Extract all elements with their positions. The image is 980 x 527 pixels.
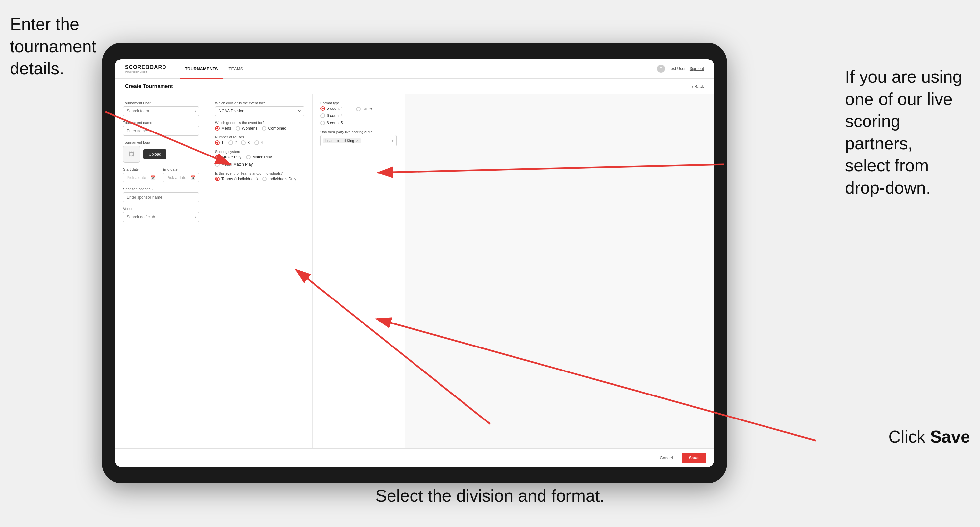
host-search-wrap: ▾ [123, 106, 199, 116]
teams-label: Is this event for Teams and/or Individua… [215, 171, 304, 175]
name-label: Tournament name [123, 121, 199, 125]
rounds-2[interactable]: 2 [228, 140, 237, 145]
start-date-input[interactable]: Pick a date 📅 [123, 173, 159, 183]
rounds-4-label: 4 [261, 140, 263, 145]
rounds-4[interactable]: 4 [254, 140, 263, 145]
sign-out-link[interactable]: Sign out [689, 67, 704, 71]
scoring-label: Scoring system [215, 149, 304, 154]
teams-radio[interactable] [215, 176, 220, 181]
teams-plus-individuals[interactable]: Teams (+Individuals) [215, 176, 258, 181]
gender-radio-group: Mens Womens Combined [215, 126, 304, 130]
format-other[interactable]: Other [356, 107, 372, 111]
rounds-3[interactable]: 3 [241, 140, 250, 145]
navbar: SCOREBOARD Powered by Clippit TOURNAMENT… [115, 59, 714, 79]
live-scoring-tag-value: Leaderboard King [325, 139, 354, 143]
rounds-2-label: 2 [235, 140, 237, 145]
venue-search-wrap: ▾ [123, 212, 199, 222]
scoring-match-radio[interactable] [246, 155, 251, 159]
format-6count5[interactable]: 6 count 5 [320, 121, 343, 125]
upload-button[interactable]: Upload [143, 149, 167, 159]
host-search-input[interactable] [123, 106, 199, 116]
format-6count4-radio[interactable] [320, 113, 325, 118]
page-title: Create Tournament [125, 84, 173, 89]
teams-label-text: Teams (+Individuals) [221, 176, 258, 181]
annotation-bottom-center: Select the division and format. [375, 485, 605, 507]
navbar-right: T Test User Sign out [657, 65, 704, 73]
format-type-group: 5 count 4 6 count 4 6 count 5 [320, 106, 397, 125]
host-field: Tournament Host ▾ [123, 101, 199, 116]
format-6count5-radio[interactable] [320, 121, 325, 125]
scoring-radio-group: Stroke Play Match Play Medal Match Play [215, 155, 304, 167]
format-6count4[interactable]: 6 count 4 [320, 113, 343, 118]
rounds-4-radio[interactable] [254, 140, 259, 145]
division-label: Which division is the event for? [215, 101, 304, 105]
avatar: T [657, 65, 665, 73]
gender-womens[interactable]: Womens [235, 126, 257, 130]
venue-search-input[interactable] [123, 212, 199, 222]
end-date-calendar-icon: 📅 [191, 175, 196, 180]
format-6count5-label: 6 count 5 [327, 121, 343, 125]
navbar-links: TOURNAMENTS TEAMS [180, 59, 249, 78]
live-scoring-tag: Leaderboard King ✕ [323, 138, 361, 143]
rounds-2-radio[interactable] [228, 140, 233, 145]
rounds-label: Number of rounds [215, 135, 304, 139]
logo-label: Tournament logo [123, 140, 199, 144]
gender-womens-radio[interactable] [235, 126, 240, 130]
date-row: Start date Pick a date 📅 End date Pick a… [123, 167, 199, 183]
venue-label: Venue [123, 207, 199, 211]
cancel-button[interactable]: Cancel [654, 453, 678, 463]
rounds-radio-group: 1 2 3 4 [215, 140, 304, 145]
start-date-calendar-icon: 📅 [151, 175, 156, 180]
name-input[interactable] [123, 126, 199, 136]
main-content: Create Tournament Back Tournament Host ▾ [115, 79, 714, 467]
format-type-field: Format type 5 count 4 [320, 101, 397, 125]
sponsor-label: Sponsor (optional) [123, 187, 199, 191]
start-date-label: Start date [123, 167, 159, 171]
end-date-field: End date Pick a date 📅 [163, 167, 199, 183]
scoring-medal-label: Medal Match Play [221, 162, 253, 167]
left-column: Tournament Host ▾ Tournament name Tourna… [115, 94, 207, 448]
rounds-1-radio[interactable] [215, 140, 220, 145]
gender-mens-radio[interactable] [215, 126, 220, 130]
live-scoring-select[interactable]: Leaderboard King ✕ ▾ [320, 135, 397, 146]
rounds-1[interactable]: 1 [215, 140, 224, 145]
user-name: Test User [669, 67, 686, 71]
gender-combined[interactable]: Combined [262, 126, 286, 130]
live-scoring-expand-icon[interactable]: ▾ [392, 139, 394, 143]
nav-teams[interactable]: TEAMS [223, 59, 248, 79]
venue-chevron-icon: ▾ [195, 215, 196, 219]
format-5count4-label: 5 count 4 [327, 106, 343, 111]
scoring-match[interactable]: Match Play [246, 155, 272, 159]
division-select[interactable]: NCAA Division I [215, 106, 304, 116]
annotation-top-right: If you are usingone of our livescoring p… [845, 66, 970, 199]
rounds-field: Number of rounds 1 2 [215, 135, 304, 145]
individuals-label: Individuals Only [269, 176, 296, 181]
teams-field: Is this event for Teams and/or Individua… [215, 171, 304, 181]
save-button[interactable]: Save [682, 453, 706, 463]
host-chevron-icon: ▾ [195, 110, 196, 113]
live-scoring-tag-close[interactable]: ✕ [356, 139, 359, 143]
rounds-3-label: 3 [247, 140, 250, 145]
scoring-stroke[interactable]: Stroke Play [215, 155, 242, 159]
format-5count4[interactable]: 5 count 4 [320, 106, 343, 111]
gender-combined-radio[interactable] [262, 126, 266, 130]
brand-sub: Powered by Clippit [125, 70, 167, 73]
individuals-radio[interactable] [262, 176, 267, 181]
scoring-stroke-radio[interactable] [215, 155, 220, 159]
format-5count4-radio[interactable] [320, 106, 325, 111]
end-date-input[interactable]: Pick a date 📅 [163, 173, 199, 183]
tablet-frame: SCOREBOARD Powered by Clippit TOURNAMENT… [102, 43, 727, 483]
footer-bar: Cancel Save [115, 448, 714, 467]
format-other-radio[interactable] [356, 107, 361, 111]
rounds-3-radio[interactable] [241, 140, 246, 145]
back-button[interactable]: Back [692, 84, 704, 89]
gender-mens[interactable]: Mens [215, 126, 231, 130]
scoring-medal-match[interactable]: Medal Match Play [215, 162, 253, 167]
scoring-medal-radio[interactable] [215, 162, 220, 167]
individuals-only[interactable]: Individuals Only [262, 176, 296, 181]
host-label: Tournament Host [123, 101, 199, 105]
page-header: Create Tournament Back [115, 79, 714, 94]
sponsor-input[interactable] [123, 192, 199, 202]
start-date-field: Start date Pick a date 📅 [123, 167, 159, 183]
nav-tournaments[interactable]: TOURNAMENTS [180, 59, 223, 79]
